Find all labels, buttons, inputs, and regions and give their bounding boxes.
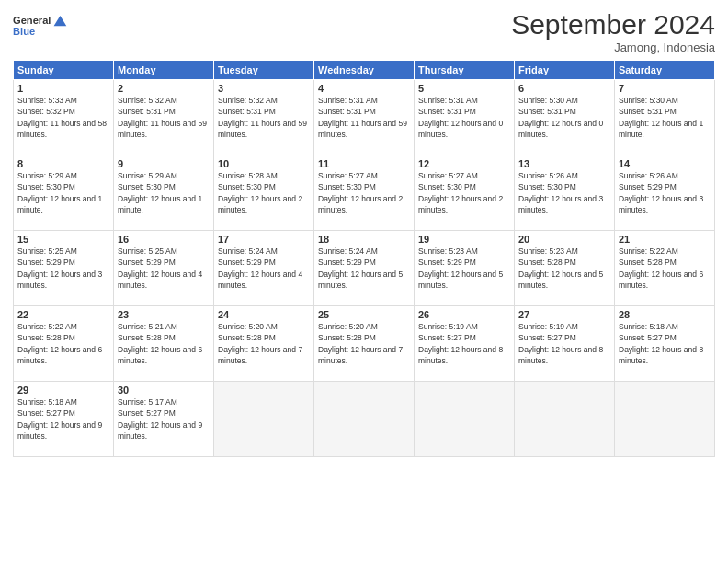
svg-text:General: General <box>13 15 51 26</box>
day-number: 13 <box>518 158 610 169</box>
col-friday: Friday <box>515 61 615 80</box>
page: General Blue September 2024 Jamong, Indo… <box>0 0 728 563</box>
day-cell: 13 Sunrise: 5:26 AM Sunset: 5:30 PM Dayl… <box>515 155 615 231</box>
day-number: 12 <box>418 158 510 169</box>
day-info: Sunrise: 5:30 AM Sunset: 5:31 PM Dayligh… <box>619 95 711 140</box>
day-cell: 24 Sunrise: 5:20 AM Sunset: 5:28 PM Dayl… <box>214 306 314 382</box>
day-number: 26 <box>418 309 510 320</box>
day-cell: 14 Sunrise: 5:26 AM Sunset: 5:29 PM Dayl… <box>615 155 715 231</box>
day-number: 29 <box>17 385 109 396</box>
week-row-1: 1 Sunrise: 5:33 AM Sunset: 5:32 PM Dayli… <box>14 80 715 155</box>
day-info: Sunrise: 5:25 AM Sunset: 5:29 PM Dayligh… <box>118 246 210 291</box>
day-number: 8 <box>17 158 109 169</box>
month-title: September 2024 <box>511 9 715 40</box>
empty-cell <box>214 382 314 457</box>
col-tuesday: Tuesday <box>214 61 314 80</box>
day-number: 15 <box>17 234 109 245</box>
week-row-4: 22 Sunrise: 5:22 AM Sunset: 5:28 PM Dayl… <box>14 306 715 382</box>
day-number: 30 <box>118 385 210 396</box>
week-row-5: 29 Sunrise: 5:18 AM Sunset: 5:27 PM Dayl… <box>14 382 715 457</box>
col-wednesday: Wednesday <box>314 61 415 80</box>
day-number: 11 <box>318 158 410 169</box>
day-cell: 30 Sunrise: 5:17 AM Sunset: 5:27 PM Dayl… <box>114 382 214 457</box>
day-number: 19 <box>418 234 510 245</box>
empty-cell <box>314 382 415 457</box>
day-info: Sunrise: 5:25 AM Sunset: 5:29 PM Dayligh… <box>17 246 109 291</box>
day-cell: 15 Sunrise: 5:25 AM Sunset: 5:29 PM Dayl… <box>14 231 114 306</box>
day-info: Sunrise: 5:20 AM Sunset: 5:28 PM Dayligh… <box>318 321 410 366</box>
day-info: Sunrise: 5:31 AM Sunset: 5:31 PM Dayligh… <box>318 95 410 140</box>
day-info: Sunrise: 5:26 AM Sunset: 5:30 PM Dayligh… <box>518 170 610 215</box>
day-number: 3 <box>218 83 310 94</box>
day-info: Sunrise: 5:22 AM Sunset: 5:28 PM Dayligh… <box>619 246 711 291</box>
day-cell: 16 Sunrise: 5:25 AM Sunset: 5:29 PM Dayl… <box>114 231 214 306</box>
day-info: Sunrise: 5:23 AM Sunset: 5:29 PM Dayligh… <box>418 246 510 291</box>
day-cell: 9 Sunrise: 5:29 AM Sunset: 5:30 PM Dayli… <box>114 155 214 231</box>
day-cell: 11 Sunrise: 5:27 AM Sunset: 5:30 PM Dayl… <box>314 155 415 231</box>
day-cell: 25 Sunrise: 5:20 AM Sunset: 5:28 PM Dayl… <box>314 306 415 382</box>
day-info: Sunrise: 5:18 AM Sunset: 5:27 PM Dayligh… <box>619 321 711 366</box>
day-info: Sunrise: 5:27 AM Sunset: 5:30 PM Dayligh… <box>418 170 510 215</box>
day-cell: 28 Sunrise: 5:18 AM Sunset: 5:27 PM Dayl… <box>615 306 715 382</box>
day-info: Sunrise: 5:22 AM Sunset: 5:28 PM Dayligh… <box>17 321 109 366</box>
svg-text:Blue: Blue <box>13 26 35 37</box>
day-cell: 21 Sunrise: 5:22 AM Sunset: 5:28 PM Dayl… <box>615 231 715 306</box>
day-cell: 19 Sunrise: 5:23 AM Sunset: 5:29 PM Dayl… <box>415 231 515 306</box>
day-cell: 27 Sunrise: 5:19 AM Sunset: 5:27 PM Dayl… <box>515 306 615 382</box>
day-info: Sunrise: 5:27 AM Sunset: 5:30 PM Dayligh… <box>318 170 410 215</box>
calendar: Sunday Monday Tuesday Wednesday Thursday… <box>13 60 715 457</box>
empty-cell <box>415 382 515 457</box>
day-number: 9 <box>118 158 210 169</box>
svg-marker-2 <box>54 16 67 26</box>
day-info: Sunrise: 5:19 AM Sunset: 5:27 PM Dayligh… <box>418 321 510 366</box>
day-number: 20 <box>518 234 610 245</box>
day-cell: 6 Sunrise: 5:30 AM Sunset: 5:31 PM Dayli… <box>515 80 615 155</box>
day-info: Sunrise: 5:29 AM Sunset: 5:30 PM Dayligh… <box>17 170 109 215</box>
day-number: 18 <box>318 234 410 245</box>
logo: General Blue <box>13 9 68 44</box>
day-number: 27 <box>518 309 610 320</box>
day-info: Sunrise: 5:29 AM Sunset: 5:30 PM Dayligh… <box>118 170 210 215</box>
day-info: Sunrise: 5:19 AM Sunset: 5:27 PM Dayligh… <box>518 321 610 366</box>
day-number: 21 <box>619 234 711 245</box>
day-cell: 3 Sunrise: 5:32 AM Sunset: 5:31 PM Dayli… <box>214 80 314 155</box>
day-number: 22 <box>17 309 109 320</box>
day-cell: 4 Sunrise: 5:31 AM Sunset: 5:31 PM Dayli… <box>314 80 415 155</box>
day-info: Sunrise: 5:18 AM Sunset: 5:27 PM Dayligh… <box>17 396 109 442</box>
day-cell: 12 Sunrise: 5:27 AM Sunset: 5:30 PM Dayl… <box>415 155 515 231</box>
day-number: 23 <box>118 309 210 320</box>
header: General Blue September 2024 Jamong, Indo… <box>13 9 715 54</box>
title-area: September 2024 Jamong, Indonesia <box>511 9 715 54</box>
day-number: 1 <box>17 83 109 94</box>
general-blue-logo-icon: General Blue <box>13 9 68 44</box>
day-info: Sunrise: 5:33 AM Sunset: 5:32 PM Dayligh… <box>17 95 109 140</box>
day-cell: 26 Sunrise: 5:19 AM Sunset: 5:27 PM Dayl… <box>415 306 515 382</box>
day-info: Sunrise: 5:32 AM Sunset: 5:31 PM Dayligh… <box>118 95 210 140</box>
day-info: Sunrise: 5:24 AM Sunset: 5:29 PM Dayligh… <box>318 246 410 291</box>
day-cell: 8 Sunrise: 5:29 AM Sunset: 5:30 PM Dayli… <box>14 155 114 231</box>
day-number: 28 <box>619 309 711 320</box>
day-number: 25 <box>318 309 410 320</box>
day-info: Sunrise: 5:23 AM Sunset: 5:28 PM Dayligh… <box>518 246 610 291</box>
col-sunday: Sunday <box>14 61 114 80</box>
day-cell: 7 Sunrise: 5:30 AM Sunset: 5:31 PM Dayli… <box>615 80 715 155</box>
col-thursday: Thursday <box>415 61 515 80</box>
day-info: Sunrise: 5:26 AM Sunset: 5:29 PM Dayligh… <box>619 170 711 215</box>
day-number: 4 <box>318 83 410 94</box>
day-number: 24 <box>218 309 310 320</box>
day-cell: 5 Sunrise: 5:31 AM Sunset: 5:31 PM Dayli… <box>415 80 515 155</box>
week-row-2: 8 Sunrise: 5:29 AM Sunset: 5:30 PM Dayli… <box>14 155 715 231</box>
day-info: Sunrise: 5:30 AM Sunset: 5:31 PM Dayligh… <box>518 95 610 140</box>
day-number: 6 <box>518 83 610 94</box>
day-number: 10 <box>218 158 310 169</box>
day-number: 16 <box>118 234 210 245</box>
header-row: Sunday Monday Tuesday Wednesday Thursday… <box>14 61 715 80</box>
empty-cell <box>615 382 715 457</box>
day-number: 7 <box>619 83 711 94</box>
day-info: Sunrise: 5:21 AM Sunset: 5:28 PM Dayligh… <box>118 321 210 366</box>
week-row-3: 15 Sunrise: 5:25 AM Sunset: 5:29 PM Dayl… <box>14 231 715 306</box>
day-cell: 10 Sunrise: 5:28 AM Sunset: 5:30 PM Dayl… <box>214 155 314 231</box>
day-info: Sunrise: 5:17 AM Sunset: 5:27 PM Dayligh… <box>118 396 210 442</box>
day-number: 17 <box>218 234 310 245</box>
day-cell: 20 Sunrise: 5:23 AM Sunset: 5:28 PM Dayl… <box>515 231 615 306</box>
